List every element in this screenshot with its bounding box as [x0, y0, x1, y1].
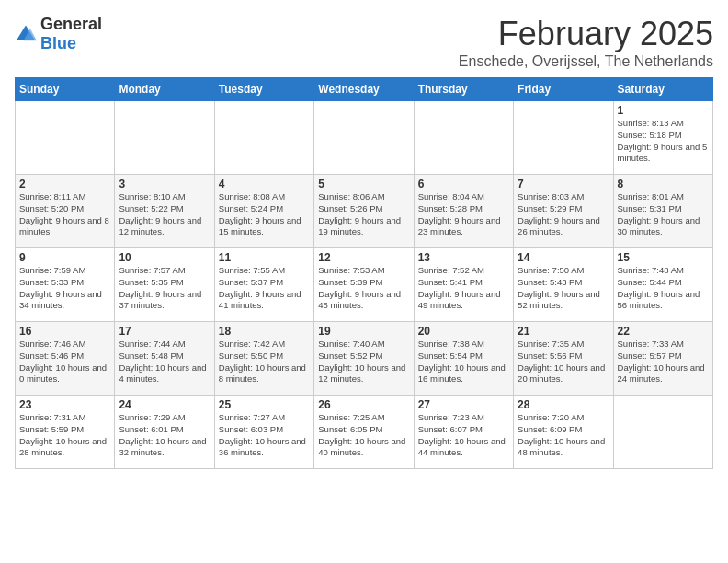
calendar-cell: 20Sunrise: 7:38 AM Sunset: 5:54 PM Dayli… [414, 322, 513, 396]
calendar-cell [214, 101, 313, 175]
calendar-cell: 1Sunrise: 8:13 AM Sunset: 5:18 PM Daylig… [613, 101, 712, 175]
day-number: 7 [518, 178, 609, 190]
month-title: February 2025 [459, 15, 713, 53]
day-number: 5 [318, 178, 409, 190]
day-info: Sunrise: 7:20 AM Sunset: 6:09 PM Dayligh… [518, 412, 609, 459]
calendar: SundayMondayTuesdayWednesdayThursdayFrid… [15, 77, 713, 469]
day-info: Sunrise: 7:33 AM Sunset: 5:57 PM Dayligh… [618, 339, 709, 385]
calendar-cell [613, 396, 712, 469]
day-number: 26 [318, 398, 409, 411]
day-info: Sunrise: 7:50 AM Sunset: 5:43 PM Dayligh… [518, 265, 609, 312]
day-number: 15 [618, 251, 709, 264]
day-info: Sunrise: 7:29 AM Sunset: 6:01 PM Dayligh… [119, 412, 210, 459]
logo-text-blue: Blue [40, 34, 76, 52]
weekday-header-tuesday: Tuesday [214, 78, 313, 101]
calendar-cell: 21Sunrise: 7:35 AM Sunset: 5:56 PM Dayli… [514, 322, 613, 396]
day-info: Sunrise: 7:48 AM Sunset: 5:44 PM Dayligh… [618, 265, 709, 312]
day-info: Sunrise: 7:46 AM Sunset: 5:46 PM Dayligh… [19, 339, 110, 385]
calendar-cell: 9Sunrise: 7:59 AM Sunset: 5:33 PM Daylig… [16, 248, 115, 322]
calendar-cell [514, 101, 613, 175]
day-info: Sunrise: 8:10 AM Sunset: 5:22 PM Dayligh… [119, 191, 210, 238]
week-row-5: 23Sunrise: 7:31 AM Sunset: 5:59 PM Dayli… [16, 396, 713, 469]
day-info: Sunrise: 7:55 AM Sunset: 5:37 PM Dayligh… [219, 265, 310, 312]
calendar-body: 1Sunrise: 8:13 AM Sunset: 5:18 PM Daylig… [16, 101, 713, 469]
calendar-cell: 13Sunrise: 7:52 AM Sunset: 5:41 PM Dayli… [414, 248, 513, 322]
calendar-cell [115, 101, 214, 175]
calendar-cell: 7Sunrise: 8:03 AM Sunset: 5:29 PM Daylig… [514, 175, 613, 248]
day-number: 1 [618, 104, 709, 117]
day-number: 18 [219, 325, 310, 338]
day-number: 17 [119, 325, 210, 338]
day-info: Sunrise: 7:23 AM Sunset: 6:07 PM Dayligh… [418, 412, 509, 459]
week-row-4: 16Sunrise: 7:46 AM Sunset: 5:46 PM Dayli… [16, 322, 713, 396]
day-info: Sunrise: 8:04 AM Sunset: 5:28 PM Dayligh… [418, 191, 509, 238]
calendar-cell: 17Sunrise: 7:44 AM Sunset: 5:48 PM Dayli… [115, 322, 214, 396]
day-number: 27 [418, 398, 509, 411]
calendar-cell: 22Sunrise: 7:33 AM Sunset: 5:57 PM Dayli… [613, 322, 712, 396]
weekday-header-friday: Friday [514, 78, 613, 101]
calendar-cell: 26Sunrise: 7:25 AM Sunset: 6:05 PM Dayli… [314, 396, 414, 469]
calendar-cell: 28Sunrise: 7:20 AM Sunset: 6:09 PM Dayli… [514, 396, 613, 469]
day-number: 10 [119, 251, 210, 264]
calendar-cell: 12Sunrise: 7:53 AM Sunset: 5:39 PM Dayli… [314, 248, 414, 322]
calendar-cell: 10Sunrise: 7:57 AM Sunset: 5:35 PM Dayli… [115, 248, 214, 322]
day-info: Sunrise: 7:59 AM Sunset: 5:33 PM Dayligh… [19, 265, 110, 312]
weekday-header-sunday: Sunday [16, 78, 115, 101]
calendar-cell [414, 101, 513, 175]
calendar-cell: 27Sunrise: 7:23 AM Sunset: 6:07 PM Dayli… [414, 396, 513, 469]
weekday-header-wednesday: Wednesday [314, 78, 414, 101]
week-row-2: 2Sunrise: 8:11 AM Sunset: 5:20 PM Daylig… [16, 175, 713, 248]
day-number: 20 [418, 325, 509, 338]
logo: General Blue [15, 15, 102, 53]
calendar-cell: 11Sunrise: 7:55 AM Sunset: 5:37 PM Dayli… [214, 248, 313, 322]
day-number: 28 [518, 398, 609, 411]
calendar-cell [314, 101, 414, 175]
day-info: Sunrise: 7:44 AM Sunset: 5:48 PM Dayligh… [119, 339, 210, 385]
logo-icon [15, 23, 37, 45]
day-info: Sunrise: 8:03 AM Sunset: 5:29 PM Dayligh… [518, 191, 609, 238]
day-info: Sunrise: 8:06 AM Sunset: 5:26 PM Dayligh… [318, 191, 409, 238]
day-info: Sunrise: 7:35 AM Sunset: 5:56 PM Dayligh… [518, 339, 609, 385]
calendar-cell: 5Sunrise: 8:06 AM Sunset: 5:26 PM Daylig… [314, 175, 414, 248]
day-number: 13 [418, 251, 509, 264]
day-number: 9 [19, 251, 110, 264]
day-number: 24 [119, 398, 210, 411]
calendar-cell: 15Sunrise: 7:48 AM Sunset: 5:44 PM Dayli… [613, 248, 712, 322]
day-number: 19 [318, 325, 409, 338]
day-number: 11 [219, 251, 310, 264]
title-block: February 2025 Enschede, Overijssel, The … [459, 15, 713, 70]
day-number: 25 [219, 398, 310, 411]
weekday-header-row: SundayMondayTuesdayWednesdayThursdayFrid… [16, 78, 713, 101]
calendar-cell: 14Sunrise: 7:50 AM Sunset: 5:43 PM Dayli… [514, 248, 613, 322]
day-info: Sunrise: 8:13 AM Sunset: 5:18 PM Dayligh… [618, 118, 709, 165]
calendar-cell: 18Sunrise: 7:42 AM Sunset: 5:50 PM Dayli… [214, 322, 313, 396]
day-info: Sunrise: 7:27 AM Sunset: 6:03 PM Dayligh… [219, 412, 310, 459]
week-row-1: 1Sunrise: 8:13 AM Sunset: 5:18 PM Daylig… [16, 101, 713, 175]
day-number: 23 [19, 398, 110, 411]
day-info: Sunrise: 7:38 AM Sunset: 5:54 PM Dayligh… [418, 339, 509, 385]
calendar-cell: 24Sunrise: 7:29 AM Sunset: 6:01 PM Dayli… [115, 396, 214, 469]
weekday-header-monday: Monday [115, 78, 214, 101]
calendar-cell: 4Sunrise: 8:08 AM Sunset: 5:24 PM Daylig… [214, 175, 313, 248]
calendar-cell: 3Sunrise: 8:10 AM Sunset: 5:22 PM Daylig… [115, 175, 214, 248]
day-number: 21 [518, 325, 609, 338]
day-number: 8 [618, 178, 709, 190]
day-number: 14 [518, 251, 609, 264]
day-number: 22 [618, 325, 709, 338]
location: Enschede, Overijssel, The Netherlands [459, 53, 713, 70]
day-info: Sunrise: 7:42 AM Sunset: 5:50 PM Dayligh… [219, 339, 310, 385]
week-row-3: 9Sunrise: 7:59 AM Sunset: 5:33 PM Daylig… [16, 248, 713, 322]
day-number: 12 [318, 251, 409, 264]
day-number: 3 [119, 178, 210, 190]
calendar-cell: 8Sunrise: 8:01 AM Sunset: 5:31 PM Daylig… [613, 175, 712, 248]
day-number: 6 [418, 178, 509, 190]
day-info: Sunrise: 7:52 AM Sunset: 5:41 PM Dayligh… [418, 265, 509, 312]
day-number: 2 [19, 178, 110, 190]
calendar-cell: 6Sunrise: 8:04 AM Sunset: 5:28 PM Daylig… [414, 175, 513, 248]
day-info: Sunrise: 8:11 AM Sunset: 5:20 PM Dayligh… [19, 191, 110, 238]
day-info: Sunrise: 7:53 AM Sunset: 5:39 PM Dayligh… [318, 265, 409, 312]
day-number: 16 [19, 325, 110, 338]
day-info: Sunrise: 7:25 AM Sunset: 6:05 PM Dayligh… [318, 412, 409, 459]
weekday-header-saturday: Saturday [613, 78, 712, 101]
calendar-cell: 2Sunrise: 8:11 AM Sunset: 5:20 PM Daylig… [16, 175, 115, 248]
